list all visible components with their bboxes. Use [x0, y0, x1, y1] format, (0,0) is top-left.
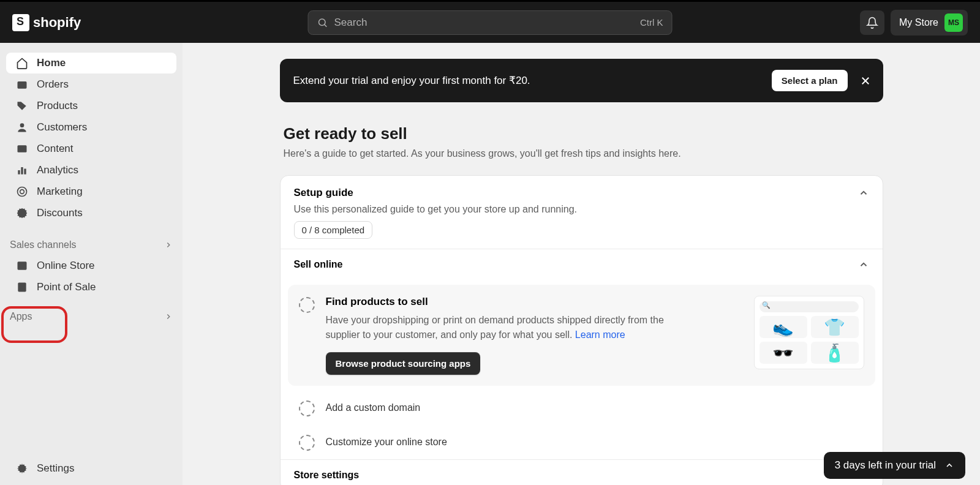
- topbar-right: My Store MS: [860, 10, 968, 36]
- pos-icon: [16, 281, 28, 293]
- chevron-right-icon: [164, 241, 173, 249]
- trial-status-text: 3 days left in your trial: [835, 459, 936, 472]
- task-customize-store[interactable]: Customize your online store: [281, 425, 883, 459]
- banner-text: Extend your trial and enjoy your first m…: [293, 74, 530, 87]
- setup-guide-subtitle: Use this personalized guide to get you y…: [294, 204, 869, 215]
- sidebar: Home Orders Products Customers Content A…: [0, 43, 183, 485]
- chevron-right-icon: [164, 312, 173, 321]
- svg-rect-5: [18, 170, 20, 175]
- chevron-up-icon: [858, 259, 869, 270]
- setup-guide-title-row: Setup guide: [294, 187, 869, 199]
- task-checkbox[interactable]: [299, 435, 315, 451]
- close-icon: [860, 75, 871, 86]
- thumb-shirt-icon: 👕: [811, 316, 859, 338]
- svg-point-3: [20, 123, 24, 127]
- sidebar-item-online-store[interactable]: Online Store: [6, 255, 176, 276]
- sidebar-item-analytics[interactable]: Analytics: [6, 160, 176, 181]
- select-plan-button[interactable]: Select a plan: [772, 70, 848, 91]
- thumb-tube-icon: 🧴: [811, 342, 859, 364]
- sidebar-item-customers[interactable]: Customers: [6, 117, 176, 138]
- task-title: Find products to sell: [326, 296, 743, 308]
- task-description: Have your dropshipping or print on deman…: [326, 313, 687, 342]
- search-placeholder: Search: [334, 17, 368, 29]
- sidebar-item-label: Marketing: [37, 186, 83, 198]
- task-checkbox[interactable]: [299, 297, 315, 313]
- svg-rect-4: [18, 145, 27, 152]
- page-subtitle: Here's a guide to get started. As your b…: [280, 148, 883, 159]
- svg-point-9: [20, 190, 24, 194]
- section-title: Store settings: [294, 470, 360, 481]
- sidebar-item-label: Orders: [37, 78, 69, 91]
- section-label: Sales channels: [10, 239, 77, 250]
- sidebar-item-label: Discounts: [37, 207, 83, 219]
- analytics-icon: [16, 164, 28, 176]
- task-label: Add a custom domain: [326, 402, 421, 413]
- content-icon: [16, 143, 28, 155]
- topbar: shopify Search Ctrl K My Store MS: [0, 0, 980, 43]
- sidebar-item-products[interactable]: Products: [6, 96, 176, 116]
- svg-rect-7: [24, 169, 26, 175]
- sidebar-item-settings[interactable]: Settings: [6, 458, 176, 479]
- sidebar-item-home[interactable]: Home: [6, 53, 176, 73]
- sidebar-item-label: Analytics: [37, 164, 78, 176]
- learn-more-link[interactable]: Learn more: [575, 329, 625, 340]
- brand-logo[interactable]: shopify: [12, 14, 81, 31]
- task-find-products: Find products to sell Have your dropship…: [288, 285, 875, 386]
- banner-close-button[interactable]: [859, 74, 872, 88]
- thumb-shoe-icon: 👟: [760, 316, 807, 338]
- collapse-button[interactable]: [858, 187, 869, 198]
- section-title: Sell online: [294, 259, 343, 270]
- svg-line-1: [325, 24, 326, 26]
- svg-rect-10: [18, 261, 27, 269]
- store-settings-section[interactable]: Store settings: [281, 459, 883, 485]
- apps-header[interactable]: Apps: [6, 306, 176, 327]
- sidebar-item-pos[interactable]: Point of Sale: [6, 277, 176, 298]
- orders-icon: [16, 78, 28, 91]
- svg-rect-2: [18, 81, 27, 89]
- section-label: Apps: [10, 311, 32, 322]
- page-title: Get ready to sell: [280, 124, 883, 143]
- store-name: My Store: [899, 17, 938, 28]
- notifications-button[interactable]: [860, 10, 884, 35]
- task-add-domain[interactable]: Add a custom domain: [281, 391, 883, 425]
- completed-badge: 0 / 8 completed: [294, 221, 373, 239]
- search-icon: [317, 17, 328, 28]
- shopify-bag-icon: [12, 14, 29, 31]
- sidebar-item-label: Online Store: [37, 260, 95, 272]
- store-switcher[interactable]: My Store MS: [891, 10, 968, 36]
- tag-icon: [16, 100, 28, 112]
- thumb-sunglasses-icon: 🕶️: [760, 342, 807, 364]
- task-illustration: 👟 👕 🕶️ 🧴: [754, 296, 864, 369]
- home-icon: [16, 57, 28, 69]
- sales-channels-header[interactable]: Sales channels: [6, 235, 176, 255]
- sell-online-section[interactable]: Sell online: [281, 249, 883, 280]
- trial-banner: Extend your trial and enjoy your first m…: [280, 59, 883, 102]
- task-checkbox[interactable]: [299, 400, 315, 416]
- sidebar-item-label: Point of Sale: [37, 281, 96, 293]
- person-icon: [16, 121, 28, 133]
- browse-sourcing-apps-button[interactable]: Browse product sourcing apps: [326, 352, 481, 375]
- sidebar-item-label: Settings: [37, 462, 74, 475]
- svg-point-0: [319, 19, 326, 26]
- bell-icon: [866, 17, 878, 29]
- svg-point-8: [18, 187, 27, 197]
- brand-text: shopify: [33, 15, 81, 31]
- svg-rect-6: [21, 167, 23, 175]
- chevron-up-icon: [858, 187, 869, 198]
- setup-guide-title: Setup guide: [294, 187, 353, 199]
- trial-status-pill[interactable]: 3 days left in your trial: [824, 452, 965, 479]
- discount-icon: [16, 207, 28, 219]
- search-input[interactable]: Search Ctrl K: [308, 10, 673, 35]
- svg-rect-11: [18, 283, 26, 292]
- chevron-up-icon: [944, 461, 954, 470]
- sidebar-item-discounts[interactable]: Discounts: [6, 203, 176, 224]
- sidebar-item-label: Products: [37, 100, 78, 112]
- search-shortcut: Ctrl K: [640, 17, 663, 28]
- store-icon: [16, 260, 28, 272]
- avatar: MS: [944, 13, 963, 32]
- target-icon: [16, 186, 28, 198]
- sidebar-item-orders[interactable]: Orders: [6, 74, 176, 95]
- sidebar-item-content[interactable]: Content: [6, 138, 176, 159]
- gear-icon: [16, 462, 28, 475]
- sidebar-item-marketing[interactable]: Marketing: [6, 181, 176, 202]
